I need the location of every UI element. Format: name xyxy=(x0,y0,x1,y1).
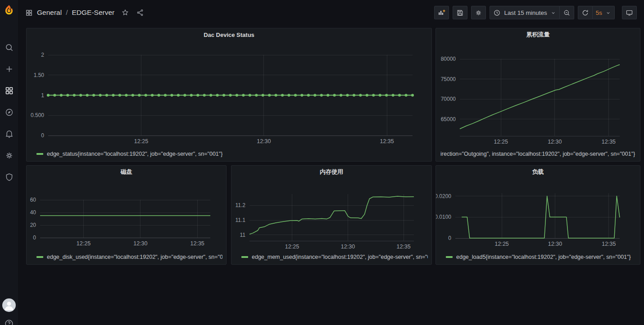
explore-compass-icon[interactable] xyxy=(4,107,14,117)
panel-dac-device-status: Dac Device Status 12:2512:3012:3521.5010… xyxy=(26,28,432,162)
panel-memory-usage: 内存使用 12:2512:3012:3511.211.111 edge_mem_… xyxy=(231,165,432,265)
svg-text:12:30: 12:30 xyxy=(548,139,562,145)
svg-text:0.500: 0.500 xyxy=(31,112,44,118)
chart-area: 12:2512:3012:3511.211.111 xyxy=(231,178,431,252)
zoom-out-button[interactable] xyxy=(560,6,574,19)
panel-legend: edge_load5{instance="localhost:19202", j… xyxy=(436,252,640,264)
legend-series-dash xyxy=(446,256,453,258)
svg-text:0: 0 xyxy=(41,132,44,139)
navbar: General / EDGE-Server Last 15 minutes xyxy=(18,0,644,25)
panel-title[interactable]: 内存使用 xyxy=(231,166,431,178)
grafana-logo[interactable] xyxy=(2,4,16,17)
alerting-bell-icon[interactable] xyxy=(4,129,14,139)
dashboard-toolbar: Last 15 minutes 5s xyxy=(434,6,637,19)
disk-chart[interactable]: 12:2512:3012:356040200 xyxy=(27,178,226,252)
breadcrumb-section[interactable]: General xyxy=(37,9,62,17)
svg-text:12:35: 12:35 xyxy=(396,244,410,250)
svg-text:1: 1 xyxy=(41,92,44,99)
panel-cumulative-traffic: 累积流量 12:2512:3012:3580000750007000065000… xyxy=(435,28,640,162)
add-panel-button[interactable] xyxy=(434,6,449,19)
chart-area: 12:2512:3012:3580000750007000065000 xyxy=(436,41,640,149)
server-admin-shield-icon[interactable] xyxy=(4,172,14,182)
legend-item[interactable]: edge_load5{instance="localhost:19202", j… xyxy=(456,254,631,260)
svg-text:12:30: 12:30 xyxy=(133,240,147,247)
svg-text:12:25: 12:25 xyxy=(495,241,509,247)
svg-text:0.0100: 0.0100 xyxy=(436,214,451,220)
panel-legend: irection="Outgoing", instance="localhost… xyxy=(436,149,640,161)
svg-text:60: 60 xyxy=(30,197,36,203)
svg-text:12:25: 12:25 xyxy=(494,139,508,145)
svg-text:40: 40 xyxy=(30,209,36,216)
sidebar-bottom xyxy=(2,298,16,325)
dashboards-icon[interactable] xyxy=(4,86,14,95)
svg-text:12:30: 12:30 xyxy=(341,244,355,250)
svg-text:12:35: 12:35 xyxy=(602,241,616,247)
svg-text:20: 20 xyxy=(30,222,36,228)
create-plus-icon[interactable] xyxy=(4,64,14,74)
legend-series-dash xyxy=(36,153,43,155)
dashboard-grid-icon xyxy=(25,9,33,17)
svg-text:11: 11 xyxy=(240,232,246,238)
svg-text:11.1: 11.1 xyxy=(236,217,246,223)
dashboard-settings-button[interactable] xyxy=(471,6,486,19)
svg-text:70000: 70000 xyxy=(441,96,456,102)
star-icon[interactable] xyxy=(121,9,129,17)
svg-text:0.0200: 0.0200 xyxy=(436,193,451,199)
svg-text:75000: 75000 xyxy=(441,76,456,82)
legend-item[interactable]: edge_mem_used{instance="localhost:19202"… xyxy=(252,254,428,260)
panel-disk: 磁盘 12:2512:3012:356040200 edge_disk_used… xyxy=(26,165,227,265)
cumulative-traffic-chart[interactable]: 12:2512:3012:3580000750007000065000 xyxy=(436,41,640,149)
refresh-interval-label: 5s xyxy=(596,9,602,16)
chart-area: 12:2512:3012:356040200 xyxy=(27,178,226,252)
sidebar-nav xyxy=(4,42,14,182)
svg-text:65000: 65000 xyxy=(441,116,456,122)
refresh-interval-picker[interactable]: 5s xyxy=(593,6,615,19)
svg-text:12:25: 12:25 xyxy=(285,244,299,250)
time-range-label: Last 15 minutes xyxy=(504,9,547,16)
memory-usage-chart[interactable]: 12:2512:3012:3511.211.111 xyxy=(231,178,431,252)
svg-text:12:25: 12:25 xyxy=(134,138,148,144)
legend-item[interactable]: irection="Outgoing", instance="localhost… xyxy=(440,151,635,157)
svg-text:0: 0 xyxy=(33,235,36,241)
legend-item[interactable]: edge_disk_used{instance="localhost:19202… xyxy=(47,254,222,260)
breadcrumb: General / EDGE-Server xyxy=(25,9,144,17)
panel-title[interactable]: 磁盘 xyxy=(27,166,226,178)
svg-text:11.2: 11.2 xyxy=(236,202,246,208)
chart-area: 12:2512:3012:3521.5010.5000 xyxy=(27,41,431,149)
panel-legend: edge_mem_used{instance="localhost:19202"… xyxy=(231,252,431,264)
svg-text:80000: 80000 xyxy=(441,56,456,62)
breadcrumb-separator: / xyxy=(66,9,68,17)
svg-text:12:25: 12:25 xyxy=(77,240,91,247)
svg-text:1.50: 1.50 xyxy=(34,72,45,78)
breadcrumb-dashboard-title[interactable]: EDGE-Server xyxy=(72,9,114,17)
svg-text:12:30: 12:30 xyxy=(257,138,271,144)
configuration-gear-icon[interactable] xyxy=(4,150,14,160)
panel-title[interactable]: 累积流量 xyxy=(436,28,640,41)
svg-text:12:30: 12:30 xyxy=(548,241,562,247)
svg-text:12:35: 12:35 xyxy=(190,240,204,247)
time-range-picker[interactable]: Last 15 minutes xyxy=(490,6,559,19)
panel-legend: edge_status{instance="localhost:19202", … xyxy=(27,149,431,161)
legend-series-dash xyxy=(36,256,43,258)
dac-device-status-chart[interactable]: 12:2512:3012:3521.5010.5000 xyxy=(27,41,431,149)
svg-text:2: 2 xyxy=(41,52,44,58)
search-icon[interactable] xyxy=(4,42,14,52)
time-picker-group: Last 15 minutes xyxy=(490,6,574,19)
panel-title[interactable]: Dac Device Status xyxy=(27,28,431,41)
refresh-group: 5s xyxy=(578,6,615,19)
legend-item[interactable]: edge_status{instance="localhost:19202", … xyxy=(47,151,222,157)
load-chart[interactable]: 12:2512:3012:350.02000.01000 xyxy=(436,178,640,252)
user-avatar[interactable] xyxy=(2,298,16,312)
panel-title[interactable]: 负载 xyxy=(436,166,640,178)
cycle-view-mode-button[interactable] xyxy=(622,6,637,19)
sidebar xyxy=(0,0,18,325)
save-dashboard-button[interactable] xyxy=(453,6,467,19)
legend-series-dash xyxy=(241,256,248,258)
panel-load: 负载 12:2512:3012:350.02000.01000 edge_loa… xyxy=(435,165,640,265)
refresh-button[interactable] xyxy=(578,6,593,19)
share-icon[interactable] xyxy=(136,9,144,17)
help-icon[interactable] xyxy=(4,319,14,325)
panel-legend: edge_disk_used{instance="localhost:19202… xyxy=(27,252,226,264)
svg-text:0: 0 xyxy=(448,235,451,241)
svg-text:12:35: 12:35 xyxy=(602,139,616,145)
